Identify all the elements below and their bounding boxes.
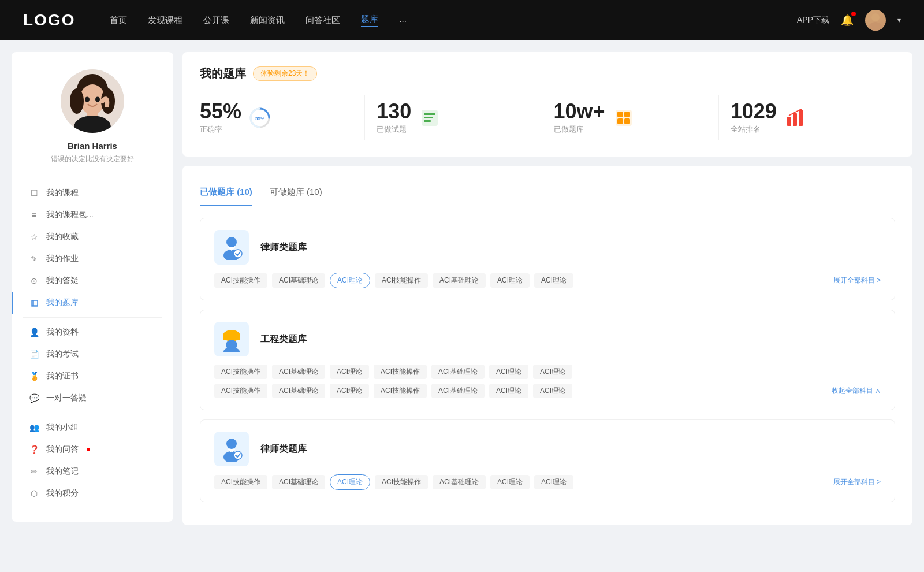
menu-item-group[interactable]: 👥 我的小组 <box>12 417 173 439</box>
tag[interactable]: ACI基础理论 <box>272 273 325 288</box>
expand-link-1[interactable]: 展开全部科目 > <box>833 276 881 285</box>
menu-label-favorites: 我的收藏 <box>46 232 79 242</box>
group-icon: 👥 <box>29 423 39 432</box>
tag[interactable]: ACI基础理论 <box>431 384 485 398</box>
menu-item-question-bank[interactable]: ▦ 我的题库 <box>12 292 173 314</box>
menu-item-course-package[interactable]: ≡ 我的课程包... <box>12 204 173 226</box>
menu-item-certificate[interactable]: 🏅 我的证书 <box>12 365 173 387</box>
navbar: LOGO 首页 发现课程 公开课 新闻资讯 问答社区 题库 ··· APP下载 … <box>0 0 924 40</box>
tag[interactable]: ACI理论 <box>489 365 528 379</box>
stat-accuracy: 55% 正确率 55% <box>200 95 365 140</box>
sidebar: Brian Harris 错误的决定比没有决定要好 ☐ 我的课程 ≡ 我的课程包… <box>12 52 173 522</box>
ranking-value: 1029 <box>731 101 777 122</box>
course-icon: ☐ <box>29 188 39 198</box>
menu-item-notes[interactable]: ✏ 我的笔记 <box>12 460 173 482</box>
menu-item-exam[interactable]: 📄 我的考试 <box>12 343 173 365</box>
tag[interactable]: ACI基础理论 <box>272 475 325 489</box>
stat-done-banks: 10w+ 已做题库 <box>554 95 719 140</box>
nav-more[interactable]: ··· <box>399 16 407 25</box>
done-questions-label: 已做试题 <box>377 124 411 135</box>
tag[interactable]: ACI理论 <box>330 384 369 398</box>
menu-label-group: 我的小组 <box>46 422 79 433</box>
nav-open-course[interactable]: 公开课 <box>203 15 229 26</box>
svg-point-0 <box>871 13 880 21</box>
tag[interactable]: ACI技能操作 <box>214 365 267 379</box>
tag[interactable]: ACI基础理论 <box>433 475 486 489</box>
menu-item-homework[interactable]: ✎ 我的作业 <box>12 248 173 270</box>
tag[interactable]: ACI理论 <box>533 384 572 398</box>
stat-ranking: 1029 全站排名 <box>731 95 895 140</box>
trial-badge: 体验剩余23天！ <box>253 66 317 81</box>
tag[interactable]: ACI技能操作 <box>374 384 427 398</box>
tag[interactable]: ACI技能操作 <box>375 273 428 288</box>
tag[interactable]: ACI技能操作 <box>214 475 267 489</box>
menu-item-course[interactable]: ☐ 我的课程 <box>12 182 173 204</box>
svg-rect-16 <box>424 117 433 118</box>
bank-item-engineer: 工程类题库 ACI技能操作 ACI基础理论 ACI理论 ACI技能操作 ACI基… <box>200 310 895 410</box>
page-title-row: 我的题库 体验剩余23天！ <box>200 66 895 81</box>
collapse-link[interactable]: 收起全部科目 ∧ <box>832 386 881 396</box>
user-name: Brian Harris <box>68 141 117 151</box>
tag[interactable]: ACI基础理论 <box>272 384 325 398</box>
menu-item-profile[interactable]: 👤 我的资料 <box>12 321 173 343</box>
done-banks-icon <box>613 107 634 128</box>
notification-bell[interactable]: 🔔 <box>841 14 854 27</box>
menu-item-qa[interactable]: ⊙ 我的答疑 <box>12 270 173 292</box>
stat-done-questions-value-group: 130 已做试题 <box>377 101 411 135</box>
tag[interactable]: ACI理论 <box>533 365 572 379</box>
tag[interactable]: ACI理论 <box>490 273 530 288</box>
nav-courses[interactable]: 发现课程 <box>148 15 182 26</box>
sidebar-profile: Brian Harris 错误的决定比没有决定要好 <box>12 69 173 176</box>
menu-label-notes: 我的笔记 <box>46 466 79 477</box>
svg-text:55%: 55% <box>255 116 264 121</box>
tag-active[interactable]: ACI理论 <box>330 273 370 288</box>
tag[interactable]: ACI理论 <box>534 475 573 489</box>
nav-question-bank[interactable]: 题库 <box>361 14 378 27</box>
app-download-link[interactable]: APP下载 <box>797 15 829 25</box>
tab-done[interactable]: 已做题库 (10) <box>200 180 252 206</box>
tag[interactable]: ACI技能操作 <box>214 273 267 288</box>
nav-home[interactable]: 首页 <box>110 15 127 26</box>
menu-item-points[interactable]: ⬡ 我的积分 <box>12 482 173 504</box>
tag[interactable]: ACI理论 <box>534 273 573 288</box>
tag-active[interactable]: ACI理论 <box>330 474 370 490</box>
favorites-icon: ☆ <box>29 232 39 242</box>
user-menu-chevron[interactable]: ▾ <box>897 16 901 24</box>
user-avatar-nav[interactable] <box>865 10 886 31</box>
svg-point-27 <box>226 237 237 247</box>
svg-rect-19 <box>617 112 623 117</box>
tag[interactable]: ACI技能操作 <box>375 475 428 489</box>
tab-available[interactable]: 可做题库 (10) <box>270 180 322 206</box>
tags-row-lawyer-1: ACI技能操作 ACI基础理论 ACI理论 ACI技能操作 ACI基础理论 AC… <box>214 273 881 288</box>
tag[interactable]: ACI技能操作 <box>214 384 267 398</box>
tag[interactable]: ACI技能操作 <box>374 365 427 379</box>
tag[interactable]: ACI理论 <box>489 384 528 398</box>
tag[interactable]: ACI基础理论 <box>433 273 486 288</box>
menu-item-favorites[interactable]: ☆ 我的收藏 <box>12 226 173 248</box>
navbar-right: APP下载 🔔 ▾ <box>797 10 901 31</box>
profile-icon: 👤 <box>29 328 39 337</box>
tag[interactable]: ACI理论 <box>490 475 530 489</box>
tag[interactable]: ACI基础理论 <box>431 365 485 379</box>
exam-icon: 📄 <box>29 350 39 359</box>
main-content: 我的题库 体验剩余23天！ 55% 正确率 <box>182 52 912 560</box>
question-bank-icon: ▦ <box>29 298 39 307</box>
nav-news[interactable]: 新闻资讯 <box>250 15 285 26</box>
expand-link-3[interactable]: 展开全部科目 > <box>833 477 881 487</box>
notes-icon: ✏ <box>29 467 39 476</box>
nav-qa[interactable]: 问答社区 <box>305 15 340 26</box>
ranking-label: 全站排名 <box>731 124 777 135</box>
svg-rect-24 <box>793 113 797 126</box>
tag[interactable]: ACI基础理论 <box>272 365 325 379</box>
avatar-inner <box>865 10 886 31</box>
done-banks-value: 10w+ <box>554 101 605 122</box>
stat-accuracy-value-group: 55% 正确率 <box>200 101 241 135</box>
menu-item-one-on-one[interactable]: 💬 一对一答疑 <box>12 387 173 409</box>
svg-point-33 <box>223 347 240 352</box>
accuracy-value: 55% <box>200 101 241 122</box>
bank-icon-lawyer-1 <box>214 230 249 265</box>
tag[interactable]: ACI理论 <box>330 365 369 379</box>
bank-header-2: 工程类题库 <box>214 322 881 356</box>
menu-item-my-qa[interactable]: ❓ 我的问答 <box>12 439 173 460</box>
bank-icon-lawyer-2 <box>214 432 249 466</box>
